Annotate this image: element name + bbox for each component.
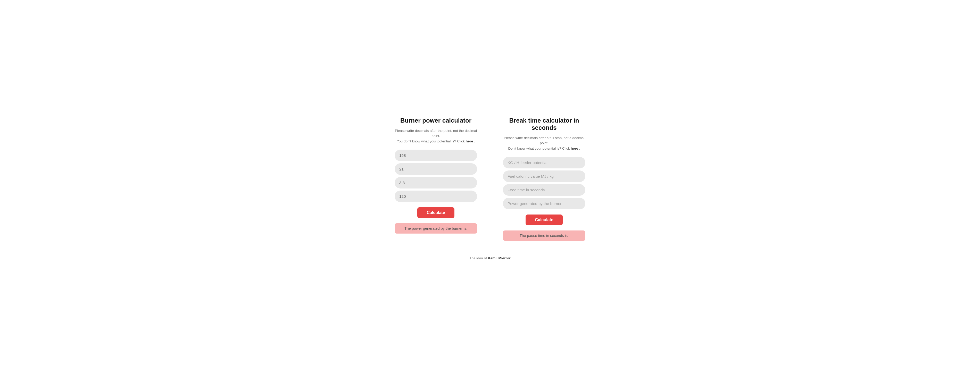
left-result-label: The power generated by the burner is:: [404, 227, 467, 230]
right-result-label: The pause time in seconds is:: [520, 234, 569, 238]
left-calculate-button[interactable]: Calculate: [417, 207, 454, 218]
right-inputs: [503, 157, 585, 209]
footer-author: Kamil Miernik: [488, 256, 511, 260]
left-calculator: Burner power calculator Please write dec…: [395, 117, 477, 234]
right-subtitle: Please write decimals after a full stop,…: [503, 135, 585, 151]
left-input-4[interactable]: [395, 190, 477, 202]
left-result-box: The power generated by the burner is:: [395, 223, 477, 234]
right-input-4[interactable]: [503, 198, 585, 209]
main-container: Burner power calculator Please write dec…: [335, 117, 645, 241]
right-result-box: The pause time in seconds is:: [503, 230, 585, 241]
left-inputs: [395, 150, 477, 202]
right-title: Break time calculator in seconds: [503, 117, 585, 131]
left-input-3[interactable]: [395, 177, 477, 188]
right-input-3[interactable]: [503, 184, 585, 196]
right-here-link[interactable]: here: [571, 147, 578, 150]
left-subtitle: Please write decimals after the point, n…: [395, 128, 477, 144]
footer: The idea of Kamil Miernik: [469, 256, 511, 260]
right-calculate-button[interactable]: Calculate: [526, 214, 562, 225]
right-input-2[interactable]: [503, 171, 585, 182]
left-input-1[interactable]: [395, 150, 477, 161]
right-input-1[interactable]: [503, 157, 585, 168]
left-title: Burner power calculator: [400, 117, 471, 124]
right-calculator: Break time calculator in seconds Please …: [503, 117, 585, 241]
left-here-link[interactable]: here: [466, 139, 473, 143]
left-input-2[interactable]: [395, 163, 477, 175]
